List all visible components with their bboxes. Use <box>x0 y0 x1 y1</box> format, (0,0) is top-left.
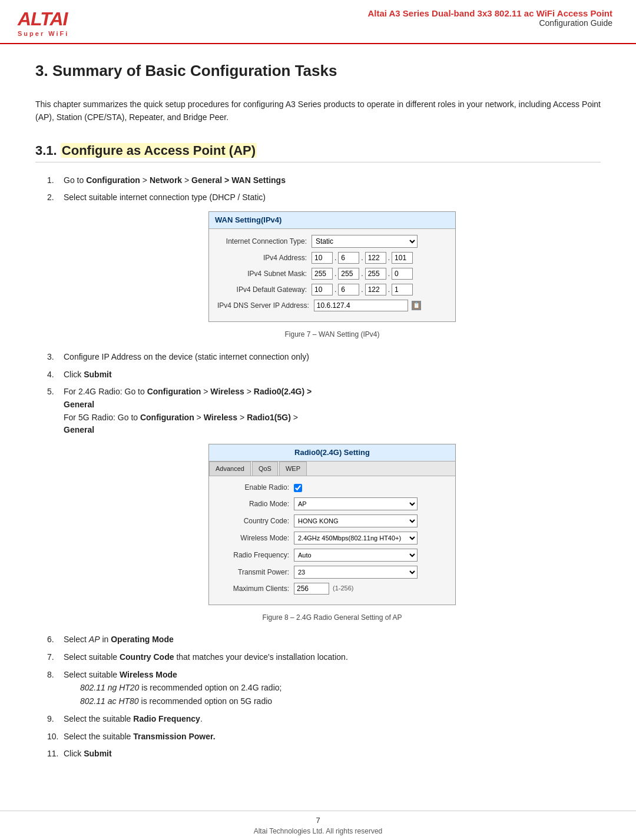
step-4-content: Click Submit <box>64 368 601 381</box>
step-8-content: Select suitable Wireless Mode 802.11 ng … <box>64 669 601 708</box>
gw-octet-3[interactable] <box>365 284 386 296</box>
radio-label-enable: Enable Radio: <box>217 482 294 493</box>
wan-setting-body: Internet Connection Type: Static DHCP IP… <box>209 229 455 321</box>
dns-input[interactable] <box>314 300 408 311</box>
radio-body: Enable Radio: Radio Mode: AP Station <box>209 476 455 605</box>
step-6: Select AP in Operating Mode <box>47 633 601 646</box>
subnet-octet-2[interactable] <box>338 268 359 280</box>
dot-sep-3: . <box>387 253 390 264</box>
section-title-text: Configure as Access Point (AP) <box>61 143 257 158</box>
radio-frequency-select[interactable]: Auto <box>294 549 418 562</box>
step-8: Select suitable Wireless Mode 802.11 ng … <box>47 669 601 708</box>
dot-sep-7: . <box>334 284 337 296</box>
wan-row-subnet: IPv4 Subnet Mask: . . . <box>217 268 447 280</box>
section-label: 3.1. <box>35 143 57 158</box>
ipv4-octet-4[interactable] <box>392 252 413 264</box>
wan-select-connection-type[interactable]: Static DHCP <box>312 235 418 248</box>
wan-field-gateway: . . . <box>312 284 413 296</box>
dot-sep-1: . <box>334 253 337 264</box>
subnet-octet-1[interactable] <box>312 268 333 280</box>
logo-sub: Super WiFi <box>18 30 69 37</box>
step-10: Select the suitable Transmission Power. <box>47 731 601 743</box>
wan-field-subnet: . . . <box>312 268 413 280</box>
radio-row-max-clients: Maximum Clients: (1-256) <box>217 583 447 595</box>
radio-row-tx-power: Transmit Power: 23 <box>217 566 447 579</box>
logo-brand: ALTAI <box>18 8 67 30</box>
gw-octet-4[interactable] <box>392 284 413 296</box>
wan-label-ipv4: IPv4 Address: <box>217 253 312 264</box>
step-7-content: Select suitable Country Code that matche… <box>64 651 601 664</box>
radio-country-select[interactable]: HONG KONG <box>294 514 418 527</box>
ipv4-octet-2[interactable] <box>338 252 359 264</box>
wan-field-ipv4: . . . <box>312 252 413 264</box>
wan-setting-title: WAN Setting(IPv4) <box>209 212 455 229</box>
radio-label-wireless-mode: Wireless Mode: <box>217 533 294 544</box>
header-title-main: Altai A3 Series Dual-band 3x3 802.11 ac … <box>112 8 612 18</box>
header-title-sub: Configuration Guide <box>112 18 612 28</box>
chapter-title: 3. Summary of Basic Configuration Tasks <box>35 62 601 84</box>
step-5: For 2.4G Radio: Go to Configuration > Wi… <box>47 386 601 629</box>
ipv4-octet-1[interactable] <box>312 252 333 264</box>
wan-label-connection-type: Internet Connection Type: <box>217 236 312 247</box>
enable-radio-checkbox[interactable] <box>294 484 302 492</box>
subnet-octet-3[interactable] <box>365 268 386 280</box>
step-3: Configure IP Address on the device (stat… <box>47 351 601 364</box>
intro-paragraph: This chapter summarizes the quick setup … <box>35 98 601 124</box>
radio-tx-power-select[interactable]: 23 <box>294 566 418 579</box>
step-8-sub2: 802.11 ac HT80 is recommended option on … <box>64 696 272 706</box>
step-2-content: Select suitable internet connection type… <box>64 191 601 346</box>
main-content: 3. Summary of Basic Configuration Tasks … <box>0 44 636 801</box>
radio-label-frequency: Radio Frequency: <box>217 550 294 561</box>
wan-row-ipv4: IPv4 Address: . . . <box>217 252 447 264</box>
radio-mode-select[interactable]: AP Station <box>294 497 418 510</box>
gw-octet-1[interactable] <box>312 284 333 296</box>
step-8-sub1: 802.11 ng HT20 is recommended option on … <box>64 683 281 692</box>
radio-figure-caption: Figure 8 – 2.4G Radio General Setting of… <box>64 612 601 623</box>
step-5-content: For 2.4G Radio: Go to Configuration > Wi… <box>64 386 601 629</box>
radio-row-enable: Enable Radio: <box>217 482 447 493</box>
radio-wireless-mode-select[interactable]: 2.4GHz 450Mbps(802.11ng HT40+) <box>294 532 418 544</box>
step-1: Go to Configuration > Network > General … <box>47 174 601 187</box>
radio-tab-wep[interactable]: WEP <box>279 461 307 476</box>
chapter-title-text: Summary of Basic Configuration Tasks <box>52 62 337 79</box>
radio-tabs: Advanced QoS WEP <box>209 461 455 476</box>
wan-row-gateway: IPv4 Default Gateway: . . . <box>217 284 447 296</box>
dot-sep-6: . <box>387 268 390 280</box>
dot-sep-9: . <box>387 284 390 296</box>
max-clients-input[interactable] <box>294 583 329 595</box>
dot-sep-5: . <box>360 268 363 280</box>
radio-setting-title: Radio0(2.4G) Setting <box>209 444 455 461</box>
wan-figure-caption: Figure 7 – WAN Setting (IPv4) <box>64 329 601 340</box>
step-11-content: Click Submit <box>64 748 601 761</box>
section-3-1-title: 3.1. Configure as Access Point (AP) <box>35 143 601 162</box>
gw-octet-2[interactable] <box>338 284 359 296</box>
chapter-number: 3. <box>35 62 48 79</box>
header-right: Altai A3 Series Dual-band 3x3 802.11 ac … <box>112 8 612 28</box>
subnet-octet-4[interactable] <box>392 268 413 280</box>
radio-row-wireless-mode: Wireless Mode: 2.4GHz 450Mbps(802.11ng H… <box>217 532 447 544</box>
step-6-content: Select AP in Operating Mode <box>64 633 601 646</box>
step-1-content: Go to Configuration > Network > General … <box>64 174 601 187</box>
radio-row-frequency: Radio Frequency: Auto <box>217 549 447 562</box>
ipv4-octet-3[interactable] <box>365 252 386 264</box>
wan-label-gateway: IPv4 Default Gateway: <box>217 284 312 296</box>
step-2: Select suitable internet connection type… <box>47 191 601 346</box>
step-11: Click Submit <box>47 748 601 761</box>
radio-tab-advanced[interactable]: Advanced <box>209 461 251 476</box>
wan-field-dns: 📋 <box>314 300 421 311</box>
page-footer: 7 Altai Technologies Ltd. All rights res… <box>0 811 636 840</box>
dot-sep-4: . <box>334 268 337 280</box>
radio-row-mode: Radio Mode: AP Station <box>217 497 447 510</box>
radio-label-mode: Radio Mode: <box>217 499 294 510</box>
logo-area: ALTAI Super WiFi <box>18 8 112 37</box>
wan-label-subnet: IPv4 Subnet Mask: <box>217 268 312 280</box>
dns-icon: 📋 <box>412 301 421 310</box>
radio-row-country: Country Code: HONG KONG <box>217 514 447 527</box>
step-10-content: Select the suitable Transmission Power. <box>64 731 601 743</box>
wan-row-connection-type: Internet Connection Type: Static DHCP <box>217 235 447 248</box>
radio-label-tx-power: Transmit Power: <box>217 567 294 578</box>
radio-label-max-clients: Maximum Clients: <box>217 583 294 595</box>
logo-text: ALTAI <box>18 8 67 30</box>
radio-tab-qos[interactable]: QoS <box>252 461 278 476</box>
max-clients-hint: (1-256) <box>333 583 353 593</box>
